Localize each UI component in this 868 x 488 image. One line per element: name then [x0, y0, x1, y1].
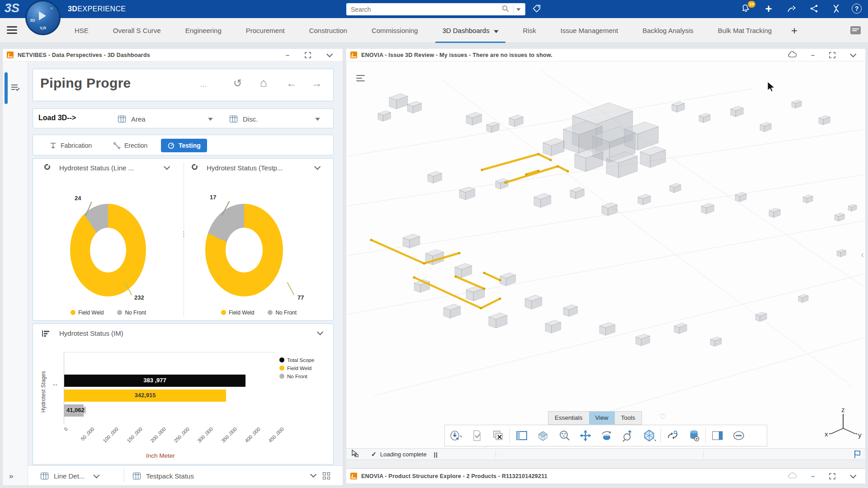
- chevron-down-icon[interactable]: [310, 471, 316, 478]
- testpack-status-widget-tab[interactable]: Testpack Status: [133, 466, 194, 486]
- home-icon[interactable]: ⌂: [260, 77, 267, 89]
- legend-item-no-front[interactable]: No Front: [117, 310, 146, 316]
- maximize-icon[interactable]: [829, 52, 835, 58]
- split-view-button[interactable]: [707, 425, 728, 446]
- import-session-button[interactable]: [445, 425, 466, 446]
- tab-procurement[interactable]: Procurement: [234, 18, 297, 43]
- favorites-heart-icon[interactable]: ♡: [659, 412, 666, 422]
- tab-construction[interactable]: Construction: [297, 18, 359, 43]
- x-tick-label: 250 ,000: [173, 426, 190, 444]
- 3d-grid-button[interactable]: [532, 425, 553, 446]
- add-content-icon[interactable]: +: [763, 4, 774, 14]
- search-icon[interactable]: [501, 5, 509, 14]
- iso-view-button[interactable]: [638, 425, 660, 446]
- minimize-icon[interactable]: –: [811, 473, 815, 479]
- collapse-chevron-icon[interactable]: [850, 51, 856, 57]
- legend-item-field-weld[interactable]: Field Weld: [221, 310, 254, 316]
- compass-play-icon[interactable]: [39, 11, 46, 20]
- zoom-in-out-button[interactable]: [617, 425, 638, 446]
- chevron-down-icon[interactable]: [314, 164, 321, 170]
- 3d-viewport[interactable]: ‹ Essentials View Tools ♡: [346, 61, 865, 448]
- legend-item-total-scope[interactable]: Total Scope: [279, 357, 314, 363]
- donut1-chart[interactable]: [70, 204, 146, 296]
- cloud-icon[interactable]: [788, 472, 797, 480]
- legend-item-field-weld[interactable]: Field Weld: [279, 366, 314, 371]
- remove-graphics-button[interactable]: [487, 425, 509, 446]
- search-input[interactable]: [346, 6, 501, 13]
- tab-essentials[interactable]: Essentials: [548, 412, 589, 424]
- pan-button[interactable]: [575, 425, 596, 446]
- tab-erection[interactable]: Erection: [113, 139, 147, 152]
- feedback-comment-icon[interactable]: [850, 26, 861, 34]
- 3dswym-community-icon[interactable]: [831, 4, 842, 14]
- search-bar[interactable]: ▼: [346, 3, 525, 15]
- tab-tools[interactable]: Tools: [615, 412, 642, 424]
- chevron-down-icon[interactable]: ▼: [314, 116, 321, 122]
- dashboard-grid-icon[interactable]: [323, 472, 330, 479]
- collapse-panel-arrows[interactable]: »: [9, 472, 13, 481]
- search-scope-chevron-icon[interactable]: ▼: [515, 7, 522, 12]
- tab-3d-dashboards[interactable]: 3D Dashboards▼: [430, 18, 510, 43]
- add-tab-button[interactable]: +: [784, 18, 805, 43]
- bar-total-scope[interactable]: 383 ,977: [64, 375, 245, 387]
- hide-show-button[interactable]: [728, 425, 749, 446]
- collapse-chevron-icon[interactable]: [326, 51, 333, 57]
- session-data-button[interactable]: [683, 425, 704, 446]
- turntable-button[interactable]: [662, 425, 683, 446]
- nav-back-icon[interactable]: ←: [286, 78, 297, 89]
- tab-hse[interactable]: HSE: [62, 18, 101, 43]
- tab-testing[interactable]: Testing: [161, 139, 207, 152]
- product-structure-header[interactable]: ENOVIA - Product Structure Explore - 2 P…: [346, 468, 865, 483]
- chevron-down-icon[interactable]: [317, 329, 323, 335]
- maximize-icon[interactable]: [305, 52, 311, 58]
- panel-layout-button[interactable]: [511, 425, 532, 446]
- share-network-icon[interactable]: [809, 4, 820, 14]
- panel-edge-chevron-icon[interactable]: ‹: [861, 249, 864, 260]
- tab-overall-s-curve[interactable]: Overall S Curve: [101, 18, 173, 43]
- select-cursor-icon[interactable]: [352, 450, 359, 459]
- share-arrow-icon[interactable]: [787, 4, 797, 14]
- tab-issue-management[interactable]: Issue Management: [548, 18, 631, 43]
- maximize-icon[interactable]: [829, 473, 835, 479]
- legend-item-no-front[interactable]: No Front: [279, 374, 314, 379]
- tab-backlog-analysis[interactable]: Backlog Analysis: [630, 18, 706, 43]
- line-details-widget-tab[interactable]: Line Det...: [41, 466, 98, 486]
- help-icon[interactable]: ?: [852, 4, 862, 14]
- main-menu-icon[interactable]: [7, 26, 17, 36]
- bar-field-weld[interactable]: 342,915: [64, 389, 226, 402]
- minimize-icon[interactable]: –: [286, 52, 289, 58]
- filter-list-icon[interactable]: [10, 82, 21, 95]
- more-options-button[interactable]: ...: [200, 81, 206, 88]
- zoom-area-button[interactable]: [553, 425, 575, 446]
- 3dexperience-compass[interactable]: ≈ 3D V,R: [25, 0, 61, 35]
- tab-risk[interactable]: Risk: [511, 18, 548, 43]
- tab-chevron-down-icon[interactable]: ▼: [492, 19, 500, 44]
- axis-y-label: y: [858, 431, 862, 439]
- tab-bulk-mat-tracking[interactable]: Bulk Mat Tracking: [706, 18, 784, 43]
- chevron-down-icon[interactable]: [94, 472, 100, 479]
- viewport-menu-icon[interactable]: [356, 75, 365, 83]
- cloud-icon[interactable]: [788, 51, 797, 59]
- notifications-bell-icon[interactable]: 19: [741, 4, 751, 14]
- bar-no-front[interactable]: 41,062: [64, 404, 84, 417]
- pause-icon[interactable]: ||: [434, 451, 438, 458]
- tag-icon[interactable]: [532, 4, 542, 14]
- chevron-down-icon[interactable]: [164, 164, 170, 170]
- flag-marker-icon[interactable]: [854, 450, 861, 460]
- donut2-chart[interactable]: [205, 204, 283, 296]
- tab-view[interactable]: View: [589, 412, 615, 424]
- collapse-chevron-icon[interactable]: [850, 472, 856, 478]
- nav-forward-icon[interactable]: →: [311, 78, 322, 89]
- legend-item-field-weld[interactable]: Field Weld: [71, 310, 104, 316]
- disc-dropdown[interactable]: Disc. ▼: [230, 113, 320, 125]
- refresh-undo-icon[interactable]: ↺: [233, 78, 242, 89]
- minimize-icon[interactable]: –: [811, 52, 815, 58]
- area-dropdown[interactable]: Area ▼: [118, 113, 213, 125]
- validate-button[interactable]: [466, 425, 487, 446]
- rotate-button[interactable]: [596, 425, 617, 446]
- tab-commissioning[interactable]: Commissioning: [359, 18, 430, 43]
- legend-item-no-front[interactable]: No Front: [268, 310, 297, 316]
- tab-fabrication[interactable]: Fabrication: [49, 139, 92, 152]
- tab-engineering[interactable]: Engineering: [173, 18, 234, 43]
- chevron-down-icon[interactable]: ▼: [207, 116, 214, 122]
